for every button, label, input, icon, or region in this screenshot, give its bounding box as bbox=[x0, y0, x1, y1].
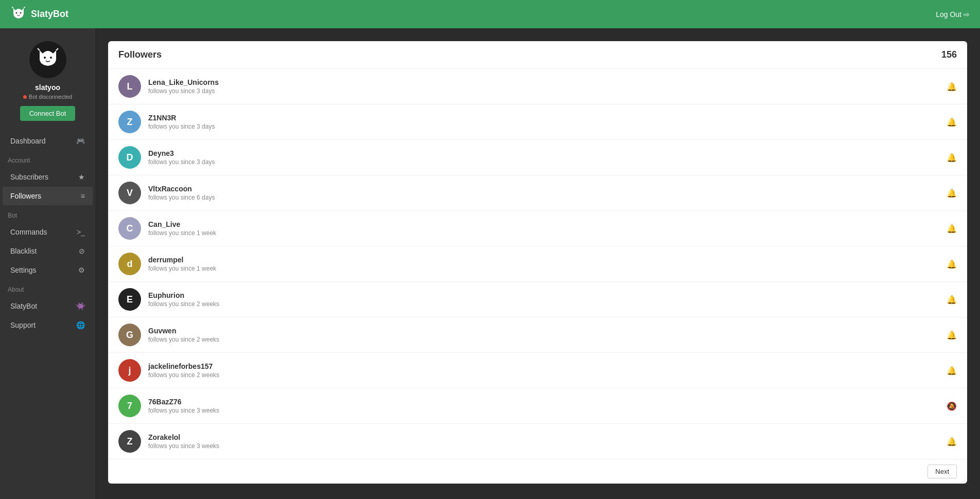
follower-info: Can_Livefollows you since 1 week bbox=[148, 220, 947, 237]
bell-icon[interactable]: 🔔 bbox=[947, 117, 957, 127]
connect-bot-button[interactable]: Connect Bot bbox=[20, 106, 76, 121]
settings-icon: ⚙ bbox=[78, 266, 85, 274]
bell-icon[interactable]: 🔔 bbox=[947, 188, 957, 198]
bot-status: Bot disconnected bbox=[23, 94, 72, 100]
section-about-label: About bbox=[0, 280, 95, 296]
follower-avatar: j bbox=[118, 359, 141, 382]
profile-username: slatyoo bbox=[35, 83, 60, 92]
section-bot-label: Bot bbox=[0, 206, 95, 222]
bell-icon[interactable]: 🔔 bbox=[947, 82, 957, 92]
avatar-icon bbox=[36, 47, 60, 72]
follower-info: 76BazZ76follows you since 3 weeks bbox=[148, 398, 947, 414]
sidebar-profile: slatyoo Bot disconnected Connect Bot bbox=[0, 33, 95, 131]
blacklist-label: Blacklist bbox=[10, 247, 37, 255]
bell-icon[interactable]: 🔔 bbox=[947, 259, 957, 269]
sidebar-item-subscribers[interactable]: Subscribers ★ bbox=[3, 168, 93, 186]
bell-muted-icon[interactable]: 🔕 bbox=[947, 401, 957, 411]
follower-since: follows you since 3 days bbox=[148, 158, 947, 166]
follower-since: follows you since 1 week bbox=[148, 265, 947, 272]
sidebar: slatyoo Bot disconnected Connect Bot Das… bbox=[0, 28, 95, 499]
card-count: 156 bbox=[941, 49, 957, 60]
sidebar-item-settings[interactable]: Settings ⚙ bbox=[3, 261, 93, 279]
follower-name: VltxRaccoon bbox=[148, 185, 947, 193]
follower-avatar: Z bbox=[118, 430, 141, 453]
bell-icon[interactable]: 🔔 bbox=[947, 224, 957, 234]
followers-list: LLena_Like_Unicornsfollows you since 3 d… bbox=[108, 69, 967, 459]
support-label: Support bbox=[10, 321, 36, 329]
follower-info: Z1NN3Rfollows you since 3 days bbox=[148, 114, 947, 130]
follower-avatar: G bbox=[118, 324, 141, 346]
topbar: SlatyBot Log Out ⇨ bbox=[0, 0, 980, 28]
follower-avatar: 7 bbox=[118, 395, 141, 417]
support-icon: 🌐 bbox=[76, 321, 85, 329]
sidebar-item-slatybot[interactable]: SlatyBot 👾 bbox=[3, 297, 93, 315]
follower-info: derrumpelfollows you since 1 week bbox=[148, 256, 947, 272]
sidebar-item-followers[interactable]: Followers ≡ bbox=[3, 187, 93, 205]
card-header: Followers 156 bbox=[108, 41, 967, 69]
follower-since: follows you since 2 weeks bbox=[148, 300, 947, 308]
cat-icon bbox=[10, 6, 27, 23]
follower-name: Z1NN3R bbox=[148, 114, 947, 122]
follower-row: ZZorakelolfollows you since 3 weeks🔔 bbox=[108, 424, 967, 459]
bell-icon[interactable]: 🔔 bbox=[947, 366, 957, 376]
follower-name: Euphurion bbox=[148, 291, 947, 299]
brand-name: SlatyBot bbox=[31, 9, 68, 20]
follower-since: follows you since 3 weeks bbox=[148, 442, 947, 450]
bot-status-text: Bot disconnected bbox=[29, 94, 72, 100]
follower-name: Can_Live bbox=[148, 220, 947, 228]
dashboard-icon: 🎮 bbox=[76, 137, 85, 145]
bot-status-dot bbox=[23, 95, 27, 99]
slatybot-icon: 👾 bbox=[76, 302, 85, 310]
follower-name: Lena_Like_Unicorns bbox=[148, 78, 947, 86]
follower-since: follows you since 1 week bbox=[148, 229, 947, 237]
follower-row: jjackelineforbes157follows you since 2 w… bbox=[108, 353, 967, 388]
followers-label: Followers bbox=[10, 192, 41, 200]
follower-avatar: C bbox=[118, 217, 141, 240]
commands-label: Commands bbox=[10, 228, 47, 236]
avatar bbox=[29, 41, 66, 78]
section-account-label: Account bbox=[0, 151, 95, 167]
follower-info: Zorakelolfollows you since 3 weeks bbox=[148, 433, 947, 450]
card-footer: Next bbox=[108, 459, 967, 484]
bell-icon[interactable]: 🔔 bbox=[947, 153, 957, 163]
subscribers-icon: ★ bbox=[78, 173, 85, 181]
dashboard-label: Dashboard bbox=[10, 137, 46, 145]
follower-name: Zorakelol bbox=[148, 433, 947, 441]
slatybot-label: SlatyBot bbox=[10, 302, 37, 310]
blacklist-icon: ⊘ bbox=[79, 247, 85, 255]
logout-label: Log Out bbox=[936, 10, 961, 19]
follower-name: derrumpel bbox=[148, 256, 947, 264]
logout-icon: ⇨ bbox=[964, 10, 970, 19]
follower-name: 76BazZ76 bbox=[148, 398, 947, 406]
followers-icon: ≡ bbox=[81, 192, 85, 200]
logout-button[interactable]: Log Out ⇨ bbox=[936, 10, 970, 19]
follower-info: Euphurionfollows you since 2 weeks bbox=[148, 291, 947, 308]
sidebar-item-support[interactable]: Support 🌐 bbox=[3, 316, 93, 334]
sidebar-nav: Dashboard 🎮 Account Subscribers ★ Follow… bbox=[0, 131, 95, 499]
follower-row: GGuvwenfollows you since 2 weeks🔔 bbox=[108, 317, 967, 353]
follower-avatar: Z bbox=[118, 111, 141, 133]
bell-icon[interactable]: 🔔 bbox=[947, 295, 957, 305]
follower-since: follows you since 6 days bbox=[148, 194, 947, 201]
commands-icon: >_ bbox=[77, 228, 85, 236]
follower-name: jackelineforbes157 bbox=[148, 362, 947, 370]
follower-row: EEuphurionfollows you since 2 weeks🔔 bbox=[108, 282, 967, 317]
svg-point-0 bbox=[16, 12, 18, 13]
follower-since: follows you since 2 weeks bbox=[148, 371, 947, 379]
settings-label: Settings bbox=[10, 266, 37, 274]
sidebar-item-blacklist[interactable]: Blacklist ⊘ bbox=[3, 242, 93, 260]
bell-icon[interactable]: 🔔 bbox=[947, 437, 957, 447]
svg-point-3 bbox=[50, 57, 52, 59]
bell-icon[interactable]: 🔔 bbox=[947, 330, 957, 340]
sidebar-item-commands[interactable]: Commands >_ bbox=[3, 223, 93, 241]
follower-since: follows you since 3 days bbox=[148, 123, 947, 130]
svg-point-1 bbox=[20, 12, 22, 13]
main-content: Followers 156 LLena_Like_Unicornsfollows… bbox=[95, 28, 980, 499]
follower-row: 776BazZ76follows you since 3 weeks🔕 bbox=[108, 388, 967, 424]
follower-since: follows you since 3 weeks bbox=[148, 407, 947, 414]
sidebar-item-dashboard[interactable]: Dashboard 🎮 bbox=[3, 132, 93, 150]
follower-row: ZZ1NN3Rfollows you since 3 days🔔 bbox=[108, 104, 967, 140]
follower-info: Guvwenfollows you since 2 weeks bbox=[148, 327, 947, 343]
next-button[interactable]: Next bbox=[927, 465, 957, 478]
follower-row: DDeyne3follows you since 3 days🔔 bbox=[108, 140, 967, 175]
